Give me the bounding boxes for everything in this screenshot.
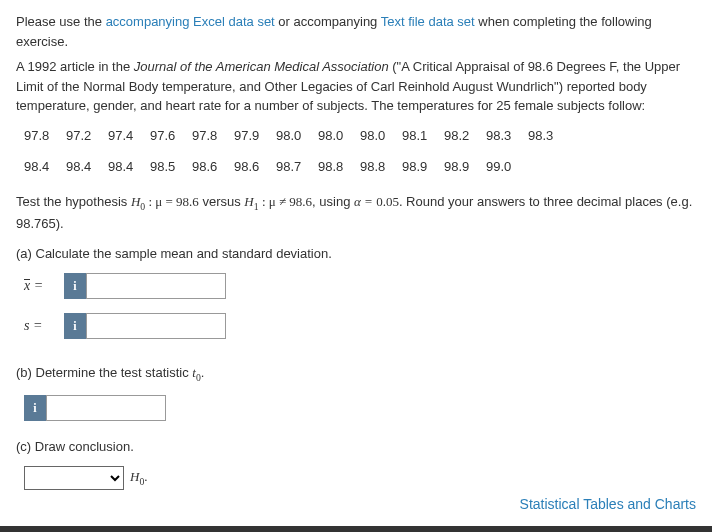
hyp-pre: Test the hypothesis [16, 194, 131, 209]
hyp-val0: 98.6 [176, 194, 199, 209]
intro-t1: Please use the [16, 14, 106, 29]
data-cell: 98.4 [24, 159, 66, 174]
xbar-eq: = [30, 278, 43, 293]
data-cell: 97.9 [234, 128, 276, 143]
hypothesis-statement: Test the hypothesis H0 : μ = 98.6 versus… [16, 192, 696, 235]
hyp-using: , using [312, 194, 354, 209]
data-table: 97.8 97.2 97.4 97.6 97.8 97.9 98.0 98.0 … [24, 128, 696, 174]
data-cell: 97.4 [108, 128, 150, 143]
data-cell: 99.0 [486, 159, 528, 174]
data-cell: 98.0 [360, 128, 402, 143]
link-text-data[interactable]: Text file data set [381, 14, 475, 29]
part-b-label: (b) Determine the test statistic t0. [16, 365, 696, 383]
part-c-label: (c) Draw conclusion. [16, 439, 696, 454]
intro-text: Please use the accompanying Excel data s… [16, 12, 696, 51]
s-label: s = [24, 318, 64, 334]
part-b-text: (b) Determine the test statistic [16, 365, 192, 380]
info-icon[interactable]: i [64, 273, 86, 299]
data-cell: 98.8 [318, 159, 360, 174]
info-icon[interactable]: i [24, 395, 46, 421]
link-excel-data[interactable]: accompanying Excel data set [106, 14, 275, 29]
s-input[interactable] [86, 313, 226, 339]
hyp-mu-eq: : μ = [145, 194, 176, 209]
hyp-h0: H [131, 194, 140, 209]
t0-row: i [24, 395, 696, 421]
data-cell: 98.6 [234, 159, 276, 174]
hyp-alpha: α = [354, 194, 376, 209]
data-cell: 98.5 [150, 159, 192, 174]
data-cell: 97.6 [150, 128, 192, 143]
data-cell: 98.0 [276, 128, 318, 143]
data-cell: 98.9 [444, 159, 486, 174]
journal-name: Journal of the American Medical Associat… [134, 59, 389, 74]
part-a-label: (a) Calculate the sample mean and standa… [16, 246, 696, 261]
data-cell: 97.8 [24, 128, 66, 143]
data-cell: 98.4 [66, 159, 108, 174]
conclusion-h0: H0. [130, 469, 148, 487]
link-stat-tables[interactable]: Statistical Tables and Charts [520, 496, 696, 512]
conclusion-row: H0. [24, 466, 696, 490]
conclusion-h0-h: H [130, 469, 139, 484]
xbar-input[interactable] [86, 273, 226, 299]
conclusion-h0-dot: . [144, 469, 147, 484]
info-icon[interactable]: i [64, 313, 86, 339]
data-cell: 98.3 [528, 128, 570, 143]
xbar-row: x = i [24, 273, 696, 299]
s-eq: = [29, 318, 42, 333]
t0-input[interactable] [46, 395, 166, 421]
data-cell: 98.2 [444, 128, 486, 143]
hyp-alpha-val: 0.05 [376, 194, 399, 209]
data-cell: 98.8 [360, 159, 402, 174]
hyp-val1: 98.6 [289, 194, 312, 209]
part-b-dot: . [201, 365, 205, 380]
hyp-h1: H [244, 194, 253, 209]
xbar-symbol: x [24, 278, 30, 294]
hyp-mu-ne: : μ ≠ [259, 194, 290, 209]
intro-t2: or accompanying [275, 14, 381, 29]
data-cell: 97.8 [192, 128, 234, 143]
conclusion-select[interactable] [24, 466, 124, 490]
data-cell: 98.7 [276, 159, 318, 174]
hyp-versus: versus [199, 194, 245, 209]
data-cell: 97.2 [66, 128, 108, 143]
s-row: s = i [24, 313, 696, 339]
data-cell: 98.6 [192, 159, 234, 174]
xbar-label: x = [24, 278, 64, 294]
data-cell: 98.0 [318, 128, 360, 143]
data-row-2: 98.4 98.4 98.4 98.5 98.6 98.6 98.7 98.8 … [24, 159, 696, 174]
data-row-1: 97.8 97.2 97.4 97.6 97.8 97.9 98.0 98.0 … [24, 128, 696, 143]
data-cell: 98.4 [108, 159, 150, 174]
article-t1: A 1992 article in the [16, 59, 134, 74]
data-cell: 98.9 [402, 159, 444, 174]
bottom-bar [0, 526, 712, 532]
data-cell: 98.1 [402, 128, 444, 143]
article-paragraph: A 1992 article in the Journal of the Ame… [16, 57, 696, 116]
data-cell: 98.3 [486, 128, 528, 143]
